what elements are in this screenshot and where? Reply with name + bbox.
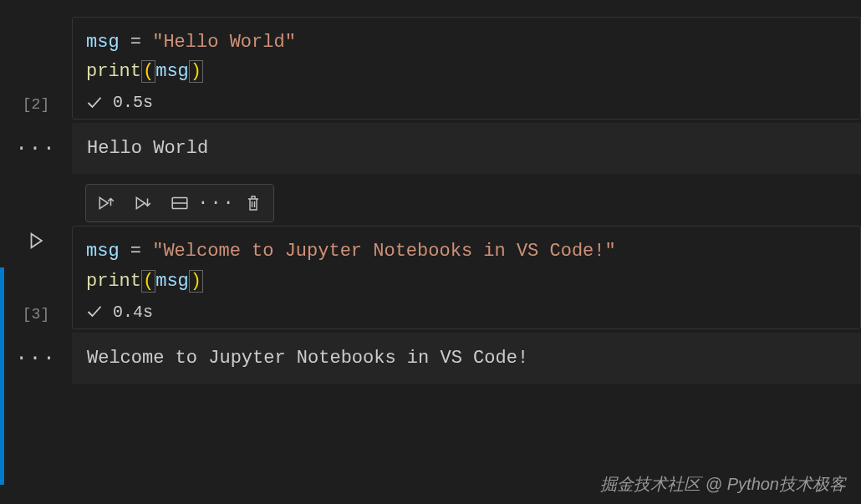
code-cell: [2] msg = "Hello World" print(msg) 0.5s [0, 17, 861, 120]
paren-open: ( [141, 60, 155, 83]
operator: = [120, 241, 153, 262]
execution-status: 0.5s [86, 93, 847, 112]
watermark: 掘金技术社区 @ Python技术极客 [600, 473, 846, 496]
cell-output-row: ··· Hello World [0, 123, 861, 174]
output-actions[interactable]: ··· [0, 333, 72, 384]
cell-gutter: [2] [0, 17, 72, 120]
string-quote: " [285, 32, 296, 53]
cell-toolbar-row: ··· [0, 184, 861, 226]
execution-duration: 0.4s [113, 303, 153, 322]
paren-open: ( [141, 270, 155, 293]
run-below-button[interactable] [128, 188, 158, 218]
check-icon [86, 94, 103, 111]
code-editor[interactable]: msg = "Hello World" print(msg) 0.5s [72, 17, 861, 120]
execution-status: 0.4s [86, 303, 847, 322]
output-actions[interactable]: ··· [0, 123, 72, 174]
execution-count: [3] [23, 306, 49, 323]
paren-close: ) [189, 270, 203, 293]
variable: msg [86, 241, 120, 262]
more-actions-button[interactable]: ··· [201, 188, 232, 218]
function-call: print [86, 271, 141, 292]
code-line: print(msg) [86, 267, 847, 296]
code-line: msg = "Welcome to Jupyter Notebooks in V… [86, 237, 847, 266]
code-line: print(msg) [86, 57, 847, 86]
cell-gutter: [3] [0, 226, 72, 328]
code-cell: [3] msg = "Welcome to Jupyter Notebooks … [0, 226, 861, 328]
check-icon [86, 303, 103, 320]
code-line: msg = "Hello World" [86, 28, 847, 57]
argument: msg [155, 61, 189, 82]
string-literal: Welcome to Jupyter Notebooks in VS Code! [163, 241, 604, 262]
argument: msg [155, 271, 189, 292]
split-cell-button[interactable] [165, 188, 195, 218]
string-literal: Hello World [163, 32, 284, 53]
run-above-button[interactable] [91, 188, 121, 218]
string-quote: " [605, 241, 616, 262]
variable: msg [86, 32, 120, 53]
cell-output-row: ··· Welcome to Jupyter Notebooks in VS C… [0, 333, 861, 384]
execution-count: [2] [23, 96, 49, 113]
cell-output: Welcome to Jupyter Notebooks in VS Code! [72, 333, 861, 384]
delete-cell-button[interactable] [238, 188, 268, 218]
active-cell-indicator [0, 267, 4, 485]
function-call: print [86, 61, 141, 82]
code-editor[interactable]: msg = "Welcome to Jupyter Notebooks in V… [72, 226, 861, 328]
notebook: [2] msg = "Hello World" print(msg) 0.5s … [0, 0, 861, 384]
string-quote: " [152, 241, 163, 262]
string-quote: " [152, 32, 163, 53]
execution-duration: 0.5s [113, 93, 153, 112]
paren-close: ) [189, 60, 203, 83]
run-cell-button[interactable] [26, 231, 46, 251]
operator: = [120, 32, 153, 53]
cell-output: Hello World [72, 123, 861, 174]
cell-toolbar: ··· [85, 184, 274, 222]
